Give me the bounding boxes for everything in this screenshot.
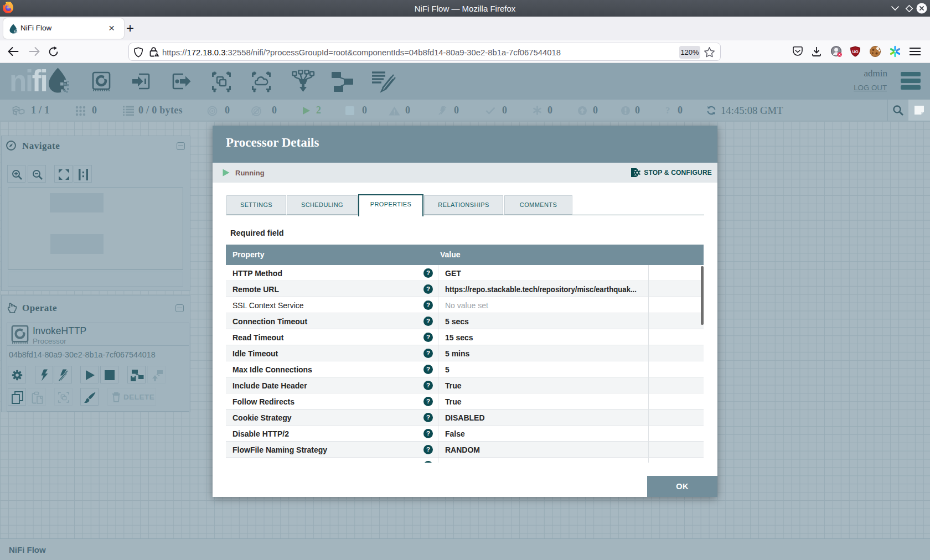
svg-text:UO: UO: [852, 49, 858, 54]
